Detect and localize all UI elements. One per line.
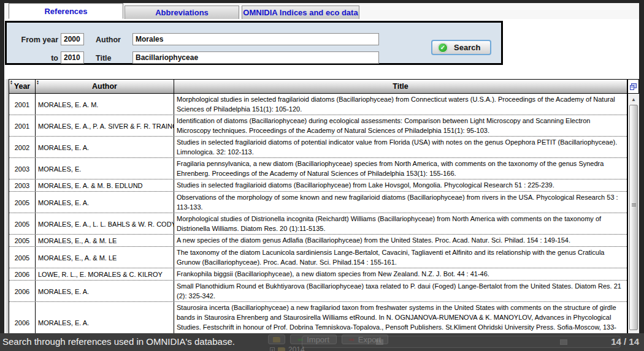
background-panel <box>302 336 621 348</box>
search-button[interactable]: ✓ Search <box>431 40 491 55</box>
cell-title: Studies in selected fragilarioid diatoms… <box>174 137 627 157</box>
cell-author: MORALES, E. A., P. A. SIVER & F. R. TRAI… <box>36 115 174 136</box>
cell-author: MORALES, E. A. <box>36 137 174 157</box>
to-year-input[interactable] <box>61 51 84 64</box>
table-row[interactable]: 2005 MORALES, E., A. & M. LE The taxonom… <box>9 247 627 268</box>
background-folder-button <box>268 334 285 344</box>
scrollbar-thumb[interactable] <box>629 105 638 330</box>
cell-year: 2005 <box>9 235 36 246</box>
cell-year: 2005 <box>9 213 36 234</box>
sort-icon[interactable]: ▲▼ <box>10 80 13 85</box>
table-body: 2001 MORALES, E. A. M. Morphological stu… <box>9 94 627 335</box>
tab-references-label: References <box>44 7 87 16</box>
cell-author: LOWE, R. L., E. MORALES & C. KILROY <box>36 268 174 280</box>
sort-icon[interactable]: ▲▼ <box>36 80 39 85</box>
cell-author: MORALES, E., A. & M. LE <box>36 247 174 268</box>
table-header-row: ▲▼ Year ▲▼ Author Title <box>9 80 627 94</box>
column-header-author-label: Author <box>92 82 117 91</box>
cell-author: MORALES, E. A. M. <box>36 94 174 115</box>
expand-icon: + <box>270 347 275 351</box>
title-input[interactable] <box>132 51 379 64</box>
table-row[interactable]: 2001 MORALES, E. A., P. A. SIVER & F. R.… <box>9 115 627 137</box>
results-table: ▲▼ Year ▲▼ Author Title 2001 MORALES, E.… <box>9 79 627 335</box>
cell-title: Morphological studies in selected fragil… <box>174 94 627 115</box>
tab-abbreviations[interactable]: Abbreviations <box>125 6 239 19</box>
cell-title: Observations of the morphology of some k… <box>174 192 627 213</box>
table-row[interactable]: 2005 MORALES, E., A. & M. LE A new speci… <box>9 235 627 247</box>
tab-omnidia-indices-label: OMNIDIA Indices and eco data <box>243 8 358 17</box>
author-label: Author <box>96 36 124 44</box>
column-header-title[interactable]: Title <box>174 80 627 93</box>
cell-title: Morphological studies of Distrionella in… <box>174 213 627 234</box>
cell-title: Small Planothidium Round et Bukhtiyarova… <box>174 281 627 301</box>
table-row[interactable]: 2005 MORALES, E. A. Observations of the … <box>9 192 627 213</box>
cell-title: The taxonomy of the diatom Lacunicola sa… <box>174 247 627 268</box>
folder-icon <box>273 337 280 342</box>
references-dialog: References Abbreviations OMNIDIA Indices… <box>4 3 639 333</box>
app-window: { "tabs": [ { "label": "References", "ac… <box>0 0 644 351</box>
table-row[interactable]: 2001 MORALES, E. A. M. Morphological stu… <box>9 94 627 115</box>
column-header-year[interactable]: ▲▼ Year <box>9 80 36 93</box>
table-row[interactable]: 2006 MORALES, E. A. Small Planothidium R… <box>9 281 627 302</box>
table-row[interactable]: 2003 MORALES, E. Fragilaria pennsylvanic… <box>9 158 627 179</box>
scroll-up-icon[interactable]: ▲ <box>628 95 639 104</box>
cell-year: 2005 <box>9 247 36 268</box>
status-message: Search through references used in OMNIDI… <box>2 336 235 347</box>
cell-title: Frankophila biggsii (Bacillariophyceae),… <box>174 268 627 280</box>
cell-title: A new species of the diatom genus Adlafi… <box>174 235 627 246</box>
cell-year: 2001 <box>9 115 36 136</box>
table-options-icon <box>629 83 637 91</box>
cell-author: MORALES, E. A., L. L. BAHLS & W. R. CODY <box>36 213 174 234</box>
cell-author: MORALES, E. A. & M. B. EDLUND <box>36 179 174 191</box>
cell-title: Studies in selected fragilarioid diatoms… <box>174 179 627 191</box>
cell-author: MORALES, E. <box>36 158 174 179</box>
page-indicator: 14 / 14 <box>611 336 639 347</box>
column-header-title-label: Title <box>393 82 408 91</box>
search-panel: From year to Author Title ✓ Search <box>5 21 503 65</box>
cell-author: MORALES, E. A. <box>36 281 174 301</box>
cell-year: 2006 <box>9 268 36 280</box>
cell-year: 2003 <box>9 158 36 179</box>
from-year-input[interactable] <box>61 33 84 45</box>
scrollbar-grip-icon <box>632 203 636 206</box>
cell-year: 2006 <box>9 302 36 335</box>
table-row[interactable]: 2003 MORALES, E. A. & M. B. EDLUND Studi… <box>9 179 627 192</box>
cell-year: 2005 <box>9 192 36 213</box>
cell-title: Staurosira incerta (Bacillariophyceae) a… <box>174 302 627 335</box>
title-label: Title <box>96 54 124 62</box>
column-header-author[interactable]: ▲▼ Author <box>36 80 174 93</box>
to-year-label: to <box>14 54 58 62</box>
status-bar: ⬅ Import ➡ Export + 2014 Search through … <box>0 333 644 351</box>
from-year-label: From year <box>14 36 58 44</box>
check-icon: ✓ <box>438 43 448 53</box>
background-field <box>376 339 383 345</box>
tab-omnidia-indices[interactable]: OMNIDIA Indices and eco data <box>242 6 359 19</box>
tab-strip: References Abbreviations OMNIDIA Indices… <box>4 3 639 19</box>
author-input[interactable] <box>132 33 379 45</box>
tab-references[interactable]: References <box>9 3 123 19</box>
column-header-year-label: Year <box>14 82 30 91</box>
cell-year: 2003 <box>9 179 36 191</box>
cell-year: 2006 <box>9 281 36 301</box>
vertical-scrollbar[interactable]: ▲ <box>627 94 639 335</box>
folder-icon <box>278 347 285 351</box>
cell-title: Fragilaria pennsylvanica, a new diatom (… <box>174 158 627 179</box>
cell-year: 2001 <box>9 94 36 115</box>
background-field <box>560 339 567 345</box>
cell-author: MORALES, E. A. <box>36 302 174 335</box>
table-row[interactable]: 2002 MORALES, E. A. Studies in selected … <box>9 137 627 158</box>
table-row[interactable]: 2005 MORALES, E. A., L. L. BAHLS & W. R.… <box>9 213 627 235</box>
tab-abbreviations-label: Abbreviations <box>155 8 209 17</box>
cell-author: MORALES, E. A. <box>36 192 174 213</box>
table-row[interactable]: 2006 MORALES, E. A. Staurosira incerta (… <box>9 302 627 335</box>
left-edge-strip <box>4 79 9 335</box>
table-row[interactable]: 2006 LOWE, R. L., E. MORALES & C. KILROY… <box>9 268 627 281</box>
cell-author: MORALES, E., A. & M. LE <box>36 235 174 246</box>
cell-title: Identification of diatoms (Bacillariophy… <box>174 115 627 136</box>
search-button-label: Search <box>454 43 480 52</box>
background-folder-item: + 2014 <box>270 345 305 351</box>
cell-year: 2002 <box>9 137 36 157</box>
table-options-cell[interactable] <box>627 79 639 94</box>
